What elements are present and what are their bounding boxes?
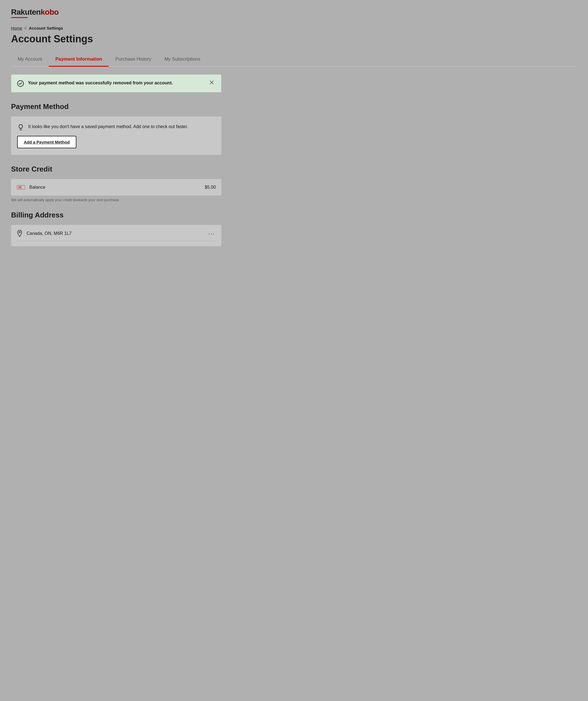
- address-more-options-button[interactable]: ···: [207, 230, 216, 237]
- success-banner: Your payment method was successfully rem…: [11, 74, 221, 92]
- close-icon: [209, 80, 214, 85]
- add-payment-method-button[interactable]: Add a Payment Method: [17, 136, 76, 148]
- tabs-nav: My Account Payment Information Purchase …: [11, 52, 577, 67]
- credit-left: Balance: [17, 184, 45, 191]
- store-credit-icon: [17, 184, 25, 191]
- credit-note: We will automatically apply your credit …: [11, 198, 221, 202]
- breadcrumb: Home // Account Settings: [11, 26, 577, 30]
- info-card-inner: It looks like you don't have a saved pay…: [17, 123, 215, 131]
- logo-text: Rakutenkobo: [11, 8, 577, 17]
- billing-address-card: Canada, ON, M6R 1L7 ···: [11, 225, 221, 246]
- close-banner-button[interactable]: [208, 80, 216, 86]
- logo-underline: [11, 17, 28, 18]
- logo: Rakutenkobo: [11, 8, 577, 18]
- svg-point-2: [19, 232, 20, 233]
- store-credit-title: Store Credit: [11, 165, 577, 174]
- balance-label: Balance: [29, 185, 45, 190]
- page-title: Account Settings: [11, 33, 577, 45]
- address-row: Canada, ON, M6R 1L7 ···: [17, 230, 216, 241]
- logo-rakuten: Rakuten: [11, 8, 41, 16]
- tab-purchase-history[interactable]: Purchase History: [109, 52, 158, 67]
- balance-amount: $5.00: [205, 185, 216, 190]
- breadcrumb-separator: //: [24, 26, 27, 30]
- no-payment-card: It looks like you don't have a saved pay…: [11, 116, 221, 155]
- breadcrumb-current: Account Settings: [29, 26, 63, 30]
- breadcrumb-home-link[interactable]: Home: [11, 26, 22, 30]
- no-payment-message: It looks like you don't have a saved pay…: [28, 123, 188, 130]
- address-value: Canada, ON, M6R 1L7: [27, 231, 72, 236]
- billing-address-title: Billing Address: [11, 211, 577, 219]
- lightbulb-icon: [17, 124, 24, 131]
- tab-my-subscriptions[interactable]: My Subscriptions: [158, 52, 207, 67]
- credit-row: Balance $5.00: [17, 184, 216, 191]
- svg-point-0: [17, 80, 23, 86]
- success-message: Your payment method was successfully rem…: [28, 80, 173, 86]
- payment-method-title: Payment Method: [11, 102, 577, 111]
- tab-payment-information[interactable]: Payment Information: [49, 52, 109, 67]
- address-left: Canada, ON, M6R 1L7: [17, 230, 72, 237]
- store-credit-card: Balance $5.00: [11, 179, 221, 196]
- success-banner-content: Your payment method was successfully rem…: [17, 80, 173, 87]
- location-pin-icon: [17, 230, 23, 237]
- logo-kobo: kobo: [41, 8, 59, 16]
- tab-my-account[interactable]: My Account: [11, 52, 49, 67]
- check-circle-icon: [17, 80, 24, 87]
